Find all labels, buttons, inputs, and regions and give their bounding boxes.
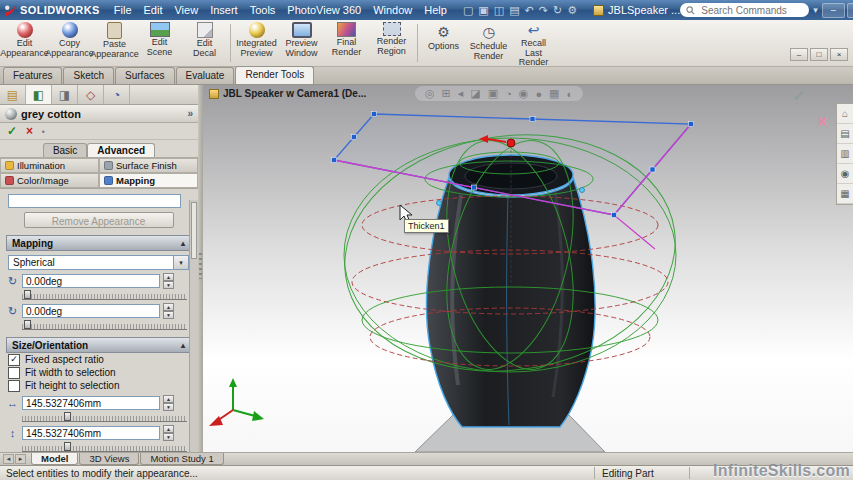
print-document-icon[interactable]: ▤ — [509, 4, 519, 17]
menu-help[interactable]: Help — [418, 3, 453, 17]
search-chevron-icon[interactable]: ▾ — [813, 5, 818, 15]
section-tab-mapping[interactable]: Mapping — [99, 173, 198, 188]
previous-view-icon[interactable]: ◂ — [458, 87, 464, 100]
mode-tab-basic[interactable]: Basic — [43, 143, 87, 157]
save-document-icon[interactable]: ◫ — [494, 4, 504, 17]
slider-thumb[interactable] — [64, 412, 71, 421]
panel-tab-dimxpertmanager[interactable]: ◇ — [78, 85, 104, 104]
slider-thumb[interactable] — [24, 320, 31, 329]
section-tab-color-image[interactable]: Color/Image — [0, 173, 99, 188]
spin-up-icon[interactable]: ▲ — [163, 395, 174, 403]
close-preview-icon[interactable]: × — [818, 113, 827, 131]
spin-down-icon[interactable]: ▼ — [163, 403, 174, 411]
spin-down-icon[interactable]: ▼ — [163, 281, 174, 289]
model-tab-model[interactable]: Model — [31, 453, 78, 465]
panel-tab-configurationmanager[interactable]: ◨ — [52, 85, 78, 104]
ok-icon[interactable]: ✓ — [7, 124, 17, 138]
panel-tab-propertymanager[interactable]: ◧ — [26, 85, 52, 104]
height-field[interactable]: 145.5327406mm — [22, 426, 160, 440]
tab-evaluate[interactable]: Evaluate — [176, 67, 235, 84]
doc-maximize-button[interactable]: □ — [810, 48, 828, 61]
zoom-area-icon[interactable]: ⊞ — [442, 87, 451, 100]
rotation2-slider[interactable] — [22, 320, 187, 330]
menu-tools[interactable]: Tools — [244, 3, 282, 17]
remove-appearance-button[interactable]: Remove Appearance — [24, 212, 174, 228]
section-tab-surface-finish[interactable]: Surface Finish — [99, 158, 198, 173]
panel-flyout-icon[interactable]: » — [187, 108, 193, 119]
solidworks-resources-icon[interactable]: ⌂ — [837, 104, 853, 124]
spin-down-icon[interactable]: ▼ — [163, 433, 174, 441]
slider-thumb[interactable] — [24, 290, 31, 299]
panel-tab-displaymanager[interactable]: ◔ — [104, 85, 130, 104]
width-field[interactable]: 145.5327406mm — [22, 396, 160, 410]
height-slider[interactable] — [22, 442, 187, 452]
paste-appearance-button[interactable]: PasteAppearance — [92, 21, 137, 65]
panel-tab-featuremanager-tree[interactable]: ▤ — [0, 85, 26, 104]
final-render-button[interactable]: FinalRender — [324, 21, 369, 65]
maximize-button[interactable]: □ — [847, 3, 853, 18]
rotation1-field[interactable]: 0.00deg — [22, 274, 160, 288]
splitter-grip[interactable] — [199, 253, 202, 279]
size-orientation-group-header[interactable]: Size/Orientation ▴ — [6, 337, 191, 353]
cancel-icon[interactable]: × — [26, 124, 33, 138]
menu-window[interactable]: Window — [367, 3, 418, 17]
feature-tree-flyout[interactable]: JBL Speaker w Camera1 (De... — [209, 88, 366, 99]
rotation1-slider[interactable] — [22, 290, 187, 300]
dropdown-arrow-icon[interactable]: ▾ — [173, 256, 188, 269]
display-style-icon[interactable]: ◔ — [505, 88, 512, 100]
search-box[interactable] — [680, 3, 809, 17]
panel-scrollbar[interactable] — [189, 200, 198, 452]
mapping-type-dropdown[interactable]: Spherical ▾ — [8, 255, 189, 270]
scroll-last-button[interactable]: ▸ — [15, 454, 26, 464]
menu-photoview-360[interactable]: PhotoView 360 — [281, 3, 367, 17]
menu-insert[interactable]: Insert — [204, 3, 244, 17]
schedule-render-button[interactable]: ◷ScheduleRender — [466, 21, 511, 65]
appearances-scenes-icon[interactable]: ◉ — [837, 164, 853, 184]
file-explorer-icon[interactable]: ▥ — [837, 144, 853, 164]
menu-edit[interactable]: Edit — [138, 3, 169, 17]
copy-appearance-button[interactable]: CopyAppearance — [47, 21, 92, 65]
custom-properties-icon[interactable]: ▦ — [837, 184, 853, 204]
confirmation-corner-check-icon[interactable]: ✓ — [792, 87, 805, 105]
preview-window-button[interactable]: PreviewWindow — [279, 21, 324, 65]
options-gear-icon[interactable]: ⚙ — [567, 4, 577, 17]
spin-up-icon[interactable]: ▲ — [163, 273, 174, 281]
edit-appearance-button[interactable]: EditAppearance — [2, 21, 47, 65]
scrollbar-thumb[interactable] — [191, 202, 197, 259]
mode-tab-advanced[interactable]: Advanced — [87, 143, 155, 157]
render-region-button[interactable]: RenderRegion — [369, 21, 414, 65]
spin-up-icon[interactable]: ▲ — [163, 425, 174, 433]
recall-last-render-button[interactable]: ↩RecallLastRender — [511, 21, 556, 65]
model-tab-3d-views[interactable]: 3D Views — [79, 453, 139, 465]
new-document-icon[interactable]: ▢ — [463, 4, 473, 17]
menu-view[interactable]: View — [168, 3, 204, 17]
search-input[interactable] — [699, 4, 803, 17]
design-library-icon[interactable]: ▤ — [837, 124, 853, 144]
hide-show-items-icon[interactable]: ◉ — [519, 87, 529, 100]
integrated-preview-button[interactable]: IntegratedPreview — [234, 21, 279, 65]
edit-scene-button[interactable]: EditScene — [137, 21, 182, 65]
doc-minimize-button[interactable]: – — [790, 48, 808, 61]
menu-file[interactable]: File — [108, 3, 138, 17]
selected-geometry-list[interactable] — [8, 194, 181, 208]
rebuild-icon[interactable]: ↻ — [553, 4, 562, 17]
checkbox-fixed-aspect-ratio[interactable]: ✓ — [8, 354, 20, 366]
scroll-first-button[interactable]: ◂ — [3, 454, 14, 464]
view-settings-icon[interactable]: ◐ — [567, 88, 574, 100]
redo-icon[interactable]: ↷ — [539, 4, 548, 17]
section-tab-illumination[interactable]: Illumination — [0, 158, 99, 173]
doc-close-button[interactable]: × — [830, 48, 848, 61]
model-tab-motion-study-1[interactable]: Motion Study 1 — [140, 453, 223, 465]
width-slider[interactable] — [22, 412, 187, 422]
spin-down-icon[interactable]: ▼ — [163, 311, 174, 319]
minimize-button[interactable]: – — [822, 3, 845, 18]
tab-features[interactable]: Features — [3, 67, 62, 84]
edit-decal-button[interactable]: EditDecal — [182, 21, 227, 65]
zoom-fit-icon[interactable]: ◎ — [425, 87, 435, 100]
tab-sketch[interactable]: Sketch — [63, 67, 114, 84]
edit-appearance-hud-icon[interactable]: ● — [535, 88, 542, 100]
tab-surfaces[interactable]: Surfaces — [115, 67, 174, 84]
apply-scene-icon[interactable]: ▦ — [549, 87, 559, 100]
3d-scene[interactable] — [203, 85, 853, 452]
section-view-icon[interactable]: ◪ — [470, 87, 480, 100]
